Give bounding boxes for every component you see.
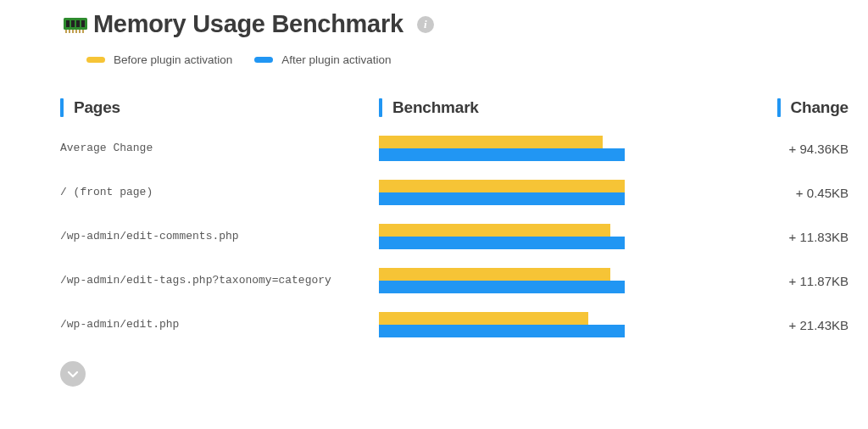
legend-before: Before plugin activation [86, 53, 232, 66]
chevron-down-icon [67, 368, 79, 380]
change-value: + 11.83KB [732, 230, 849, 244]
bar-before [379, 136, 603, 148]
table-row: / (front page)+ 0.45KB [60, 180, 849, 205]
column-headers: Pages Benchmark Change [60, 98, 849, 117]
change-value: + 94.36KB [732, 142, 849, 156]
col-head-change: Change [732, 98, 849, 117]
svg-rect-4 [81, 20, 85, 27]
benchmark-bars [379, 224, 625, 249]
bar-after [379, 281, 625, 293]
page-label: /wp-admin/edit.php [60, 316, 379, 334]
legend-after-label: After plugin activation [281, 53, 391, 66]
table-row: /wp-admin/edit.php+ 21.43KB [60, 312, 849, 337]
legend-before-label: Before plugin activation [114, 53, 232, 66]
svg-rect-10 [82, 30, 84, 33]
benchmark-bars [379, 136, 625, 161]
bar-after [379, 192, 625, 205]
col-head-benchmark: Benchmark [379, 98, 479, 117]
expand-button[interactable] [60, 361, 86, 387]
bar-after [379, 148, 625, 161]
svg-rect-7 [72, 30, 74, 33]
chart-legend: Before plugin activation After plugin ac… [0, 38, 868, 66]
page-label: / (front page) [60, 184, 379, 202]
col-head-pages: Pages [60, 98, 379, 117]
benchmark-bars [379, 312, 625, 337]
page-label: Average Change [60, 140, 379, 158]
change-value: + 21.43KB [732, 318, 849, 332]
change-value: + 11.87KB [732, 274, 849, 288]
svg-rect-6 [69, 30, 70, 33]
table-row: Average Change+ 94.36KB [60, 136, 849, 161]
bar-before [379, 268, 610, 281]
svg-rect-8 [75, 30, 77, 33]
swatch-before-icon [86, 57, 105, 63]
legend-after: After plugin activation [254, 53, 391, 66]
table-body: Average Change+ 94.36KB/ (front page)+ 0… [60, 136, 849, 337]
svg-rect-1 [66, 20, 70, 27]
swatch-after-icon [254, 57, 273, 63]
bar-before [379, 312, 588, 325]
accent-bar-icon [60, 98, 64, 117]
svg-rect-9 [79, 30, 81, 33]
svg-rect-5 [65, 30, 67, 33]
svg-rect-2 [71, 20, 75, 27]
accent-bar-icon [379, 98, 382, 117]
ram-icon [63, 15, 88, 34]
change-value: + 0.45KB [732, 186, 849, 200]
table-row: /wp-admin/edit-comments.php+ 11.83KB [60, 224, 849, 249]
page-title: Memory Usage Benchmark [93, 10, 403, 38]
table-row: /wp-admin/edit-tags.php?taxonomy=categor… [60, 268, 849, 293]
bar-after [379, 325, 625, 337]
benchmark-bars [379, 180, 625, 205]
info-icon[interactable]: i [417, 16, 434, 33]
accent-bar-icon [777, 98, 781, 117]
page-label: /wp-admin/edit-tags.php?taxonomy=categor… [60, 272, 379, 290]
col-head-pages-label: Pages [74, 98, 120, 117]
col-head-change-label: Change [791, 98, 849, 117]
page-header: Memory Usage Benchmark i [0, 0, 868, 38]
bar-before [379, 224, 610, 237]
benchmark-table: Pages Benchmark Change Average Change+ 9… [0, 66, 868, 337]
svg-rect-3 [76, 20, 80, 27]
benchmark-bars [379, 268, 625, 293]
bar-before [379, 180, 625, 192]
page-label: /wp-admin/edit-comments.php [60, 228, 379, 246]
bar-after [379, 237, 625, 249]
col-head-benchmark-label: Benchmark [392, 98, 479, 117]
